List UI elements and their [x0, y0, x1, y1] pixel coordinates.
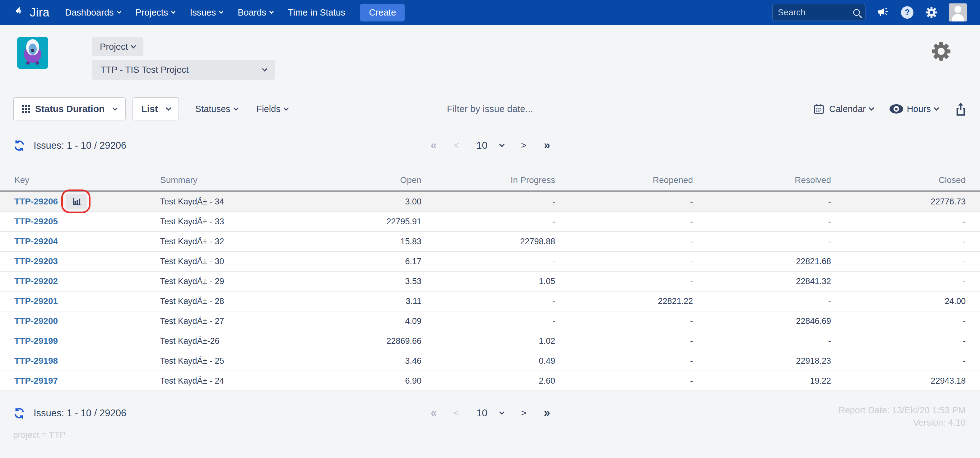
export-icon[interactable]: [955, 102, 967, 116]
chevron-down-icon: [283, 105, 289, 111]
issue-summary: Test KaydÄ± - 24: [160, 376, 297, 386]
first-page-button[interactable]: «: [430, 406, 436, 420]
page: Jira Dashboards Projects Issues Boards T…: [0, 0, 980, 458]
page-size-dropdown[interactable]: 10: [476, 140, 504, 151]
open-value: 3.53: [297, 277, 422, 286]
in-progress-value: 22798.88: [422, 237, 555, 246]
settings-gear-icon[interactable]: [924, 6, 938, 19]
statuses-dropdown[interactable]: Statuses: [195, 104, 238, 114]
issue-key-link[interactable]: TTP-29199: [14, 336, 58, 346]
closed-value: -: [831, 336, 966, 346]
reopened-value: -: [555, 277, 693, 286]
announcement-icon[interactable]: [876, 6, 890, 19]
chevron-down-icon: [113, 105, 118, 111]
grid-icon: [22, 105, 30, 113]
issue-key-link[interactable]: TTP-29200: [14, 316, 58, 326]
col-summary[interactable]: Summary: [160, 175, 297, 185]
last-page-button[interactable]: »: [544, 406, 550, 420]
issue-key-link[interactable]: TTP-29206: [14, 197, 58, 207]
issue-key-link[interactable]: TTP-29197: [14, 376, 58, 386]
pager-bottom: « < 10 > »: [430, 406, 550, 420]
table-row: TTP-29203 Test KaydÄ± - 30 6.17 - - 2282…: [0, 252, 980, 271]
col-in-progress[interactable]: In Progress: [422, 175, 555, 185]
prev-page-button[interactable]: <: [453, 140, 459, 151]
reopened-value: -: [555, 217, 693, 227]
results-bar-bottom: Issues: 1 - 10 / 29206 « < 10 > » Report…: [0, 404, 980, 426]
issue-key-link[interactable]: TTP-29205: [14, 217, 58, 227]
next-page-button[interactable]: >: [521, 408, 527, 418]
table-row: TTP-29206 Test KaydÄ± - 34 3.00 -: [0, 192, 980, 212]
reopened-value: -: [555, 376, 693, 386]
create-button[interactable]: Create: [360, 4, 405, 21]
report-type-button[interactable]: Status Duration: [13, 97, 126, 120]
nav-projects[interactable]: Projects: [135, 8, 175, 18]
chevron-down-icon: [934, 105, 939, 111]
report-toolbar: Status Duration List Statuses Fields Fil…: [0, 95, 980, 123]
scope-selector-button[interactable]: Project: [92, 37, 143, 56]
view-mode-button[interactable]: List: [132, 97, 179, 120]
in-progress-value: -: [422, 197, 555, 207]
chevron-down-icon: [262, 66, 267, 72]
nav-boards[interactable]: Boards: [238, 8, 273, 18]
issue-key-link[interactable]: TTP-29198: [14, 356, 58, 366]
refresh-icon[interactable]: [13, 139, 25, 152]
closed-value: 24.00: [831, 297, 966, 306]
report-settings-gear-icon[interactable]: [931, 41, 951, 63]
calendar-dropdown[interactable]: Calendar: [813, 103, 873, 115]
issue-date-filter[interactable]: Filter by issue date...: [447, 104, 533, 114]
closed-value: -: [831, 356, 966, 366]
open-value: 22795.91: [297, 217, 422, 227]
page-size-dropdown[interactable]: 10: [476, 407, 504, 419]
col-reopened[interactable]: Reopened: [555, 175, 693, 185]
table-row: TTP-29198 Test KaydÄ± - 25 3.46 0.49 - 2…: [0, 351, 980, 371]
issues-table-body: TTP-29206 Test KaydÄ± - 34 3.00 -: [0, 192, 980, 391]
issue-key-link[interactable]: TTP-29201: [14, 296, 58, 306]
last-page-button[interactable]: »: [544, 139, 550, 152]
issue-key-link[interactable]: TTP-29202: [14, 276, 58, 286]
open-value: 3.11: [297, 297, 422, 306]
next-page-button[interactable]: >: [521, 140, 527, 151]
nav-time-in-status[interactable]: Time in Status: [288, 8, 345, 18]
project-select[interactable]: TTP - TIS Test Project: [92, 60, 275, 80]
issue-chart-button[interactable]: [66, 194, 86, 209]
nav-issues[interactable]: Issues: [190, 8, 223, 18]
eye-icon: [889, 104, 903, 113]
col-closed[interactable]: Closed: [831, 175, 966, 185]
issue-key-link[interactable]: TTP-29203: [14, 256, 58, 267]
col-key[interactable]: Key: [14, 175, 160, 185]
chevron-down-icon: [233, 105, 239, 111]
reopened-value: -: [555, 356, 693, 366]
chevron-down-icon: [166, 105, 171, 111]
prev-page-button[interactable]: <: [453, 408, 459, 418]
chevron-down-icon: [499, 142, 504, 147]
help-icon[interactable]: ?: [900, 6, 914, 19]
first-page-button[interactable]: «: [430, 139, 436, 152]
open-value: 3.00: [297, 197, 422, 207]
open-value: 3.46: [297, 356, 422, 366]
col-open[interactable]: Open: [297, 175, 422, 185]
open-value: 22869.66: [297, 336, 422, 346]
reopened-value: -: [555, 316, 693, 326]
jira-logo[interactable]: Jira: [13, 5, 49, 19]
issue-key-link[interactable]: TTP-29204: [14, 236, 58, 246]
table-row: TTP-29205 Test KaydÄ± - 33 22795.91 - - …: [0, 212, 980, 232]
col-resolved[interactable]: Resolved: [693, 175, 831, 185]
nav-dashboards[interactable]: Dashboards: [65, 8, 120, 18]
resolved-value: 19.22: [693, 376, 831, 386]
chevron-down-icon: [269, 10, 274, 14]
open-value: 15.83: [297, 237, 422, 246]
units-dropdown[interactable]: Hours: [889, 104, 938, 114]
resolved-value: 22846.69: [693, 316, 831, 326]
table-header-row: Key Summary Open In Progress Reopened Re…: [0, 169, 980, 192]
refresh-icon[interactable]: [13, 407, 25, 420]
in-progress-value: -: [422, 316, 555, 326]
fields-dropdown[interactable]: Fields: [256, 104, 288, 114]
pager-top: « < 10 > »: [430, 139, 550, 152]
project-header: Project TTP - TIS Test Project: [0, 25, 980, 93]
search-icon[interactable]: [853, 9, 860, 16]
search-box[interactable]: [772, 4, 865, 21]
issue-summary: Test KaydÄ± - 29: [160, 277, 297, 286]
search-input[interactable]: [778, 8, 853, 18]
closed-value: -: [831, 257, 966, 267]
user-avatar[interactable]: [949, 3, 967, 21]
